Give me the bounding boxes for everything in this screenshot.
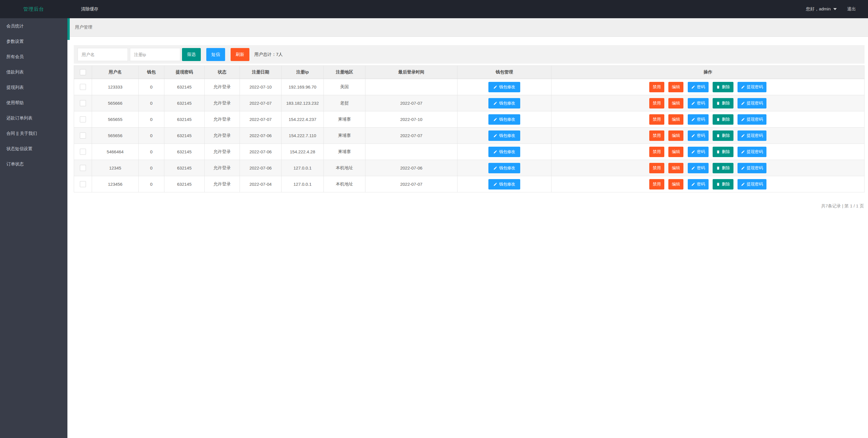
password-button[interactable]: 密码 — [688, 179, 709, 189]
row-checkbox[interactable] — [80, 149, 86, 155]
column-header: 钱包 — [138, 66, 164, 79]
edit-button[interactable]: 编辑 — [669, 179, 683, 189]
sidebar-item-0[interactable]: 会员统计 — [0, 18, 67, 34]
delete-button[interactable]: 删除 — [713, 114, 734, 125]
withdraw-password-button[interactable]: 提现密码 — [738, 130, 767, 141]
username-input[interactable] — [78, 48, 128, 61]
wallet-edit-button[interactable]: 钱包修改 — [488, 130, 520, 141]
select-all-checkbox[interactable] — [80, 69, 86, 75]
sidebar-item-7[interactable]: 合同 || 关于我们 — [0, 126, 67, 141]
sidebar-item-4[interactable]: 提现列表 — [0, 80, 67, 95]
row-checkbox[interactable] — [80, 165, 86, 171]
wallet-edit-label: 钱包修改 — [499, 85, 515, 90]
disable-button[interactable]: 禁用 — [649, 179, 664, 189]
delete-label: 删除 — [722, 85, 730, 90]
withdraw-password-button[interactable]: 提现密码 — [738, 179, 767, 189]
disable-button[interactable]: 禁用 — [649, 98, 664, 108]
user-menu[interactable]: 您好，admin — [806, 6, 837, 12]
withdraw-password-button[interactable]: 提现密码 — [738, 114, 767, 125]
withdraw-password-button[interactable]: 提现密码 — [738, 163, 767, 173]
checkbox-cell — [74, 95, 92, 112]
cell-actions: 禁用 编辑 密码 删除 提现密码 — [552, 112, 865, 128]
cell-username: 123456 — [92, 176, 138, 192]
disable-button[interactable]: 禁用 — [649, 82, 664, 92]
cell-withdraw-password: 632145 — [164, 112, 205, 128]
row-checkbox[interactable] — [80, 181, 86, 187]
sidebar-item-6[interactable]: 还款订单列表 — [0, 110, 67, 126]
cell-register-ip: 154.222.7.110 — [281, 128, 324, 144]
password-button[interactable]: 密码 — [688, 98, 709, 108]
wallet-edit-button[interactable]: 钱包修改 — [488, 163, 520, 173]
delete-button[interactable]: 删除 — [713, 163, 734, 173]
delete-button[interactable]: 删除 — [713, 179, 734, 189]
delete-button[interactable]: 删除 — [713, 98, 734, 108]
column-header: 最后登录时间 — [365, 66, 458, 79]
cell-withdraw-password: 632145 — [164, 79, 205, 95]
table-row: 12345 0 632145 允许登录 2022-07-06 127.0.0.1… — [74, 160, 865, 176]
filter-button[interactable]: 筛选 — [182, 48, 201, 61]
wallet-edit-button[interactable]: 钱包修改 — [488, 147, 520, 157]
app-title[interactable]: 管理后台 — [0, 6, 67, 12]
sms-button[interactable]: 短信 — [206, 48, 225, 61]
wallet-edit-button[interactable]: 钱包修改 — [488, 114, 520, 125]
withdraw-password-label: 提现密码 — [747, 182, 763, 187]
delete-button[interactable]: 删除 — [713, 147, 734, 157]
delete-button[interactable]: 删除 — [713, 130, 734, 141]
disable-button[interactable]: 禁用 — [649, 147, 664, 157]
sidebar-item-5[interactable]: 使用帮助 — [0, 95, 67, 110]
sidebar-item-1[interactable]: 参数设置 — [0, 34, 67, 49]
sidebar-item-3[interactable]: 借款列表 — [0, 64, 67, 80]
disable-button[interactable]: 禁用 — [649, 163, 664, 173]
cell-register-date: 2022-07-07 — [240, 95, 281, 112]
withdraw-password-button[interactable]: 提现密码 — [738, 98, 767, 108]
wallet-edit-button[interactable]: 钱包修改 — [488, 98, 520, 108]
edit-button[interactable]: 编辑 — [669, 130, 683, 141]
logout-button[interactable]: 退出 — [847, 6, 856, 12]
withdraw-password-button[interactable]: 提现密码 — [738, 147, 767, 157]
row-checkbox[interactable] — [80, 132, 86, 138]
delete-label: 删除 — [722, 117, 730, 122]
row-checkbox[interactable] — [80, 100, 86, 106]
sidebar-item-label: 会员统计 — [6, 24, 24, 28]
wallet-edit-label: 钱包修改 — [499, 182, 515, 187]
cell-last-login — [365, 79, 458, 95]
wallet-edit-button[interactable]: 钱包修改 — [488, 82, 520, 92]
password-button[interactable]: 密码 — [688, 114, 709, 125]
password-button[interactable]: 密码 — [688, 163, 709, 173]
sidebar-item-2[interactable]: 所有会员 — [0, 49, 67, 64]
chevron-down-icon — [833, 8, 837, 10]
cell-withdraw-password: 632145 — [164, 95, 205, 112]
refresh-button[interactable]: 刷新 — [230, 48, 249, 61]
pencil-icon — [691, 166, 695, 170]
edit-button[interactable]: 编辑 — [669, 147, 683, 157]
withdraw-password-button[interactable]: 提现密码 — [738, 82, 767, 92]
register-ip-input[interactable] — [130, 48, 180, 61]
clear-cache-button[interactable]: 清除缓存 — [81, 6, 98, 12]
select-all-cell — [74, 66, 92, 79]
delete-label: 删除 — [722, 182, 730, 187]
password-button[interactable]: 密码 — [688, 147, 709, 157]
wallet-edit-button[interactable]: 钱包修改 — [488, 179, 520, 189]
cell-status: 允许登录 — [205, 79, 240, 95]
pencil-icon — [741, 85, 745, 89]
sidebar-item-8[interactable]: 状态短信设置 — [0, 141, 67, 156]
tab-user-management[interactable]: 用户管理 — [75, 25, 92, 30]
password-button[interactable]: 密码 — [688, 82, 709, 92]
sidebar-item-9[interactable]: 订单状态 — [0, 156, 67, 171]
edit-button[interactable]: 编辑 — [669, 163, 683, 173]
row-checkbox[interactable] — [80, 116, 86, 122]
disable-button[interactable]: 禁用 — [649, 130, 664, 141]
password-button[interactable]: 密码 — [688, 130, 709, 141]
edit-button[interactable]: 编辑 — [669, 98, 683, 108]
delete-button[interactable]: 删除 — [713, 82, 734, 92]
row-checkbox[interactable] — [80, 84, 86, 90]
table-row: 123333 0 632145 允许登录 2022-07-10 192.169.… — [74, 79, 865, 95]
cell-wallet: 0 — [138, 144, 164, 160]
sidebar-item-label: 提现列表 — [6, 85, 24, 90]
edit-button[interactable]: 编辑 — [669, 114, 683, 125]
tab-bar: 用户管理 — [67, 18, 868, 37]
edit-button[interactable]: 编辑 — [669, 82, 683, 92]
cell-status: 允许登录 — [205, 128, 240, 144]
disable-button[interactable]: 禁用 — [649, 114, 664, 125]
cell-username: 12345 — [92, 160, 138, 176]
